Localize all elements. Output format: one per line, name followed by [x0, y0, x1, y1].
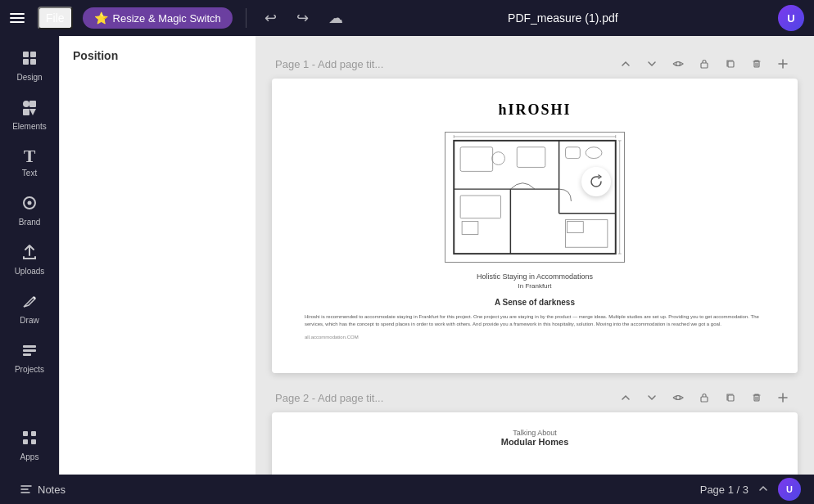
refresh-button[interactable] [581, 167, 611, 196]
notes-label: Notes [38, 484, 66, 496]
page2-container: Page 2 - Add page tit... [272, 386, 798, 475]
page2-chevron-up[interactable] [614, 386, 637, 409]
sidebar-item-uploads[interactable]: Uploads [3, 236, 56, 282]
page2-chevron-down[interactable] [640, 386, 663, 409]
svg-rect-12 [23, 349, 36, 352]
page1-delete-button[interactable] [745, 52, 768, 75]
page-nav-up[interactable] [755, 480, 771, 498]
elements-icon [20, 98, 38, 119]
svg-rect-11 [23, 345, 36, 348]
svg-rect-5 [29, 101, 36, 107]
text-icon: T [24, 147, 36, 165]
redo-button[interactable]: ↪ [292, 6, 314, 30]
svg-rect-0 [23, 52, 29, 57]
svg-rect-16 [23, 439, 28, 444]
projects-icon [20, 341, 38, 362]
page2-label: Page 2 - Add page tit... [275, 392, 611, 404]
sidebar-item-text[interactable]: T Text [3, 141, 56, 184]
sidebar-uploads-label: Uploads [15, 267, 45, 276]
page1-add-button[interactable] [771, 52, 794, 75]
brand-icon [20, 194, 38, 214]
page2-toolbar: Page 2 - Add page tit... [272, 386, 798, 409]
page1-subtitle2: In Frankfurt [305, 282, 765, 290]
apps-icon [20, 429, 38, 449]
page1-container: Page 1 - Add page tit... [272, 52, 798, 373]
sidebar-projects-label: Projects [15, 365, 44, 374]
undo-button[interactable]: ↩ [260, 6, 282, 30]
svg-rect-17 [31, 439, 36, 444]
page1-copy-button[interactable] [719, 52, 742, 75]
page2-title: Modular Homes [305, 437, 765, 447]
floor-plan-image [445, 132, 625, 263]
svg-rect-7 [23, 109, 29, 115]
sidebar-item-projects[interactable]: Projects [3, 335, 56, 380]
sidebar-apps-label: Apps [20, 452, 39, 461]
page2-subtitle: Talking About [305, 429, 765, 437]
svg-rect-2 [23, 59, 29, 65]
sidebar-brand-label: Brand [19, 218, 41, 227]
topbar: File ⭐ Resize & Magic Switch ↩ ↪ ☁ PDF_m… [0, 0, 814, 36]
page1-add-title[interactable]: Add page tit... [318, 58, 383, 70]
page1-lock-button[interactable] [693, 52, 716, 75]
svg-rect-14 [23, 431, 28, 436]
sidebar-item-design[interactable]: Design [3, 43, 56, 88]
page1-footer: all.accommodation.COM [305, 335, 765, 340]
svg-rect-22 [454, 141, 616, 254]
svg-point-10 [34, 297, 36, 299]
notes-button[interactable]: Notes [13, 479, 72, 499]
filename: PDF_measure (1).pdf [358, 11, 768, 25]
page2-add-title[interactable]: Add page tit... [318, 392, 383, 404]
svg-rect-15 [31, 431, 36, 436]
page2-inner: Talking About Modular Homes [272, 412, 798, 475]
svg-point-9 [28, 201, 32, 205]
cloud-save-button[interactable]: ☁ [323, 6, 348, 30]
svg-rect-44 [728, 395, 734, 401]
svg-rect-20 [728, 61, 734, 67]
svg-rect-45 [754, 395, 759, 401]
page1-body: Hiroshi is recommended to accommodate st… [305, 313, 765, 328]
page2-content[interactable]: Talking About Modular Homes [272, 412, 798, 475]
page2-delete-button[interactable] [745, 386, 768, 409]
divider [246, 8, 246, 28]
sidebar-elements-label: Elements [12, 122, 47, 131]
draw-icon [20, 292, 38, 313]
page2-eye-button[interactable] [667, 386, 690, 409]
sidebar-item-elements[interactable]: Elements [3, 92, 56, 137]
page1-subtitle1: Holistic Staying in Accommodations [305, 272, 765, 281]
svg-rect-1 [30, 52, 36, 57]
page1-chevron-down[interactable] [640, 52, 663, 75]
file-menu[interactable]: File [38, 7, 73, 29]
user-avatar[interactable]: U [778, 5, 804, 31]
bottom-bar: Notes Page 1 / 3 U [0, 475, 814, 504]
sidebar-design-label: Design [16, 73, 42, 82]
uploads-icon [20, 243, 38, 263]
bottom-avatar[interactable]: U [778, 478, 801, 501]
sidebar-item-apps[interactable]: Apps [3, 422, 56, 468]
canvas-area[interactable]: Page 1 - Add page tit... [256, 36, 814, 475]
page2-copy-button[interactable] [719, 386, 742, 409]
sidebar-item-brand[interactable]: Brand [3, 187, 56, 233]
svg-rect-21 [754, 61, 759, 67]
svg-marker-6 [29, 109, 36, 115]
page2-add-button[interactable] [771, 386, 794, 409]
star-icon: ⭐ [94, 11, 108, 25]
page1-chevron-up[interactable] [614, 52, 637, 75]
sidebar-draw-label: Draw [20, 316, 38, 325]
page1-label: Page 1 - Add page tit... [275, 58, 611, 70]
page1-eye-button[interactable] [667, 52, 690, 75]
svg-point-4 [23, 101, 29, 107]
design-icon [20, 49, 38, 70]
menu-icon[interactable] [10, 13, 25, 23]
sidebar-item-draw[interactable]: Draw [3, 286, 56, 331]
page1-content[interactable]: hIROSHI [272, 79, 798, 373]
sidebar-text-label: Text [22, 169, 37, 178]
svg-rect-43 [701, 397, 708, 402]
panel-title: Position [73, 49, 242, 62]
page1-inner: hIROSHI [272, 79, 798, 373]
resize-magic-switch-button[interactable]: ⭐ Resize & Magic Switch [83, 7, 233, 29]
page1-toolbar: Page 1 - Add page tit... [272, 52, 798, 75]
page2-lock-button[interactable] [693, 386, 716, 409]
svg-rect-13 [23, 353, 31, 356]
svg-rect-3 [30, 59, 36, 65]
main-layout: Design Elements T Text [0, 36, 814, 475]
